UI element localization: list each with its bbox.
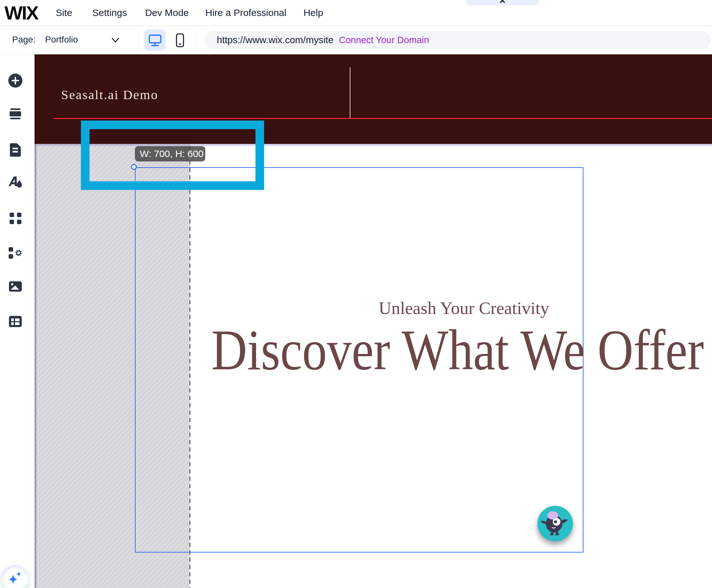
menu-dev-mode[interactable]: Dev Mode (145, 0, 189, 26)
top-menubar: WIX Site Settings Dev Mode Hire a Profes… (0, 0, 712, 26)
page-selector[interactable]: Portfolio (45, 26, 78, 54)
app-widgets-icon (8, 247, 22, 259)
mobile-view-button[interactable] (173, 29, 187, 51)
ai-assistant-button[interactable] (1, 566, 29, 588)
site-url-bar[interactable]: https://www.wix.com/mysite Connect Your … (205, 31, 711, 49)
header-red-line (54, 118, 712, 119)
pagebar: Page: Portfolio https://www.wix.com/mysi… (0, 26, 712, 54)
top-toast: ✕ (465, 0, 540, 5)
ai-sparkles-icon (5, 570, 25, 588)
app-market-button[interactable] (8, 211, 22, 226)
section-boundary-vertical (35, 144, 37, 588)
pages-menu-button[interactable] (8, 143, 22, 157)
editor-canvas: Seasalt.ai Demo W: 700, H: 600 Unleash Y… (35, 54, 712, 588)
connect-your-domain-link[interactable]: Connect Your Domain (339, 31, 429, 49)
cms-icon (9, 316, 22, 327)
header-divider (350, 67, 350, 118)
menu-help[interactable]: Help (303, 0, 323, 26)
wix-editor: WIX Site Settings Dev Mode Hire a Profes… (0, 0, 712, 588)
menu-hire-a-professional[interactable]: Hire a Professional (205, 0, 286, 26)
page-label: Page: (12, 26, 36, 54)
desktop-icon (148, 34, 162, 47)
add-section-icon (9, 108, 21, 120)
app-market-icon (9, 213, 21, 224)
chat-monster-icon (538, 506, 573, 541)
separator (196, 26, 197, 54)
site-design-icon (8, 176, 22, 190)
chat-widget-button[interactable] (538, 506, 573, 541)
site-design-button[interactable] (8, 176, 22, 190)
cms-button[interactable] (8, 314, 22, 328)
site-title[interactable]: Seasalt.ai Demo (61, 88, 158, 101)
editor-toolbox (0, 54, 35, 588)
app-widgets-button[interactable] (8, 246, 22, 260)
add-section-button[interactable] (8, 107, 22, 121)
separator (139, 26, 139, 54)
mobile-icon (176, 33, 184, 47)
media-button[interactable] (8, 279, 22, 294)
media-icon (9, 281, 22, 292)
close-icon[interactable]: ✕ (499, 0, 506, 5)
pages-menu-icon (10, 143, 21, 157)
add-elements-button[interactable] (8, 74, 22, 88)
hero-subtitle[interactable]: Unleash Your Creativity (379, 299, 549, 317)
size-tooltip: W: 700, H: 600 (135, 146, 205, 162)
menu-settings[interactable]: Settings (92, 0, 127, 26)
add-elements-icon (8, 74, 22, 88)
chevron-down-icon[interactable] (111, 38, 119, 43)
hero-title[interactable]: Discover What We Offer (211, 317, 704, 383)
desktop-view-button[interactable] (144, 29, 166, 51)
menu-site[interactable]: Site (56, 0, 72, 26)
site-url[interactable]: https://www.wix.com/mysite (217, 31, 333, 49)
wix-logo[interactable]: WIX (4, 0, 38, 26)
